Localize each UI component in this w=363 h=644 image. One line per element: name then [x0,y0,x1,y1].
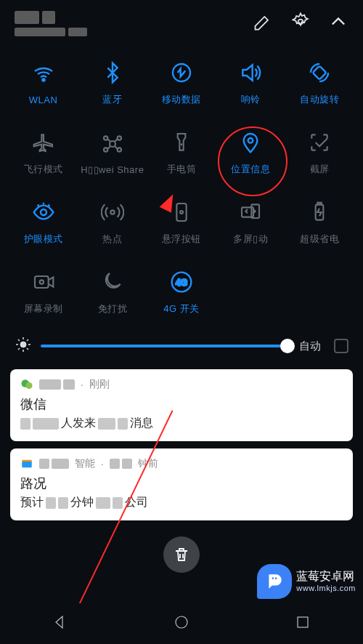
toggle-airplane[interactable]: 飞行模式 [10,125,76,182]
quick-settings-grid: WLAN 蓝牙 移动数据 响铃 自动旋转 飞行模式 H▯▯wei Share 手… [10,55,353,321]
collapse-icon[interactable] [328,12,348,35]
toggle-4g[interactable]: 4G4G 开关 [148,265,214,321]
watermark: 蓝莓安卓网 www.lmkjs.com [257,564,356,599]
sound-icon [239,61,262,84]
brightness-icon [15,336,32,356]
slider-thumb[interactable] [280,339,295,353]
toggle-eye-comfort[interactable]: 护眼模式 [10,195,76,251]
svg-line-31 [27,339,28,341]
watermark-badge [257,564,292,599]
trash-icon [173,546,190,563]
svg-point-1 [42,79,44,81]
svg-point-37 [275,577,277,579]
rotation-icon [308,61,331,84]
toggle-wlan[interactable]: WLAN [10,55,76,112]
svg-rect-19 [35,276,49,288]
toggle-hotspot[interactable]: 热点 [79,195,145,251]
status-left [15,11,87,36]
multiscreen-icon [239,201,262,224]
header [10,0,353,47]
notification-list: · 刚刚 微信 人发来 消息 智能· 钟前 路况 预计 分钟 [0,369,363,520]
svg-rect-3 [313,66,327,80]
watermark-brand: 蓝莓安卓网 [296,570,356,583]
floating-icon [170,201,193,224]
wechat-icon [20,378,33,391]
clear-all-button[interactable] [163,536,200,573]
svg-point-20 [39,280,43,283]
notif-time: 钟前 [138,457,158,470]
notif-time: 刚刚 [89,378,110,391]
toggle-bluetooth[interactable]: 蓝牙 [79,55,145,112]
brightness-row: 自动 [10,336,353,356]
svg-point-11 [41,209,46,215]
settings-icon[interactable] [290,12,311,35]
eye-icon [32,201,55,224]
notification-card[interactable]: · 刚刚 微信 人发来 消息 [10,369,353,441]
svg-rect-34 [22,461,32,467]
svg-point-2 [173,64,190,81]
brightness-slider[interactable] [41,345,287,347]
toggle-screenshot[interactable]: 截屏 [287,125,353,182]
mobile-data-icon [170,61,193,84]
auto-brightness-checkbox[interactable] [334,339,348,353]
screenshot-icon [308,131,331,154]
svg-point-5 [104,136,107,140]
auto-brightness-label: 自动 [299,339,321,353]
notif-body: 预计 分钟 公司 [20,495,343,510]
svg-point-8 [117,148,121,151]
wifi-icon [32,63,55,86]
svg-rect-39 [298,617,308,627]
location-icon [239,131,262,154]
svg-text:4G: 4G [176,278,187,288]
fourg-icon: 4G [170,270,193,294]
svg-line-29 [27,348,28,350]
toggle-huawei-share[interactable]: H▯▯wei Share [79,125,145,182]
share-icon [101,132,124,156]
smart-icon [20,457,33,470]
watermark-url: www.lmkjs.com [296,584,356,593]
toggle-ringer[interactable]: 响铃 [218,55,284,112]
dnd-icon [101,270,124,294]
svg-rect-13 [176,204,186,221]
svg-point-36 [272,577,274,579]
toggle-dnd[interactable]: 免打扰 [79,265,145,321]
flashlight-icon [170,131,193,154]
svg-line-28 [18,339,20,341]
nav-back[interactable] [52,613,69,634]
battery-icon [308,201,331,224]
toggle-flashlight[interactable]: 手电筒 [148,125,214,182]
notif-body: 人发来 消息 [20,416,343,431]
svg-point-6 [117,136,121,140]
airplane-icon [32,131,55,154]
nav-home[interactable] [173,613,190,634]
svg-rect-35 [22,460,32,462]
toggle-screen-record[interactable]: 屏幕录制 [10,265,76,321]
nav-recents[interactable] [294,613,311,634]
svg-point-10 [248,138,253,143]
toggle-mobile-data[interactable]: 移动数据 [148,55,214,112]
svg-line-30 [18,348,20,350]
svg-point-38 [176,616,187,628]
bluetooth-icon [101,61,124,84]
svg-point-12 [110,210,114,214]
toggle-multiscreen[interactable]: 多屏▯动 [218,195,284,251]
notif-title: 微信 [20,395,343,413]
hotspot-icon [101,201,124,224]
toggle-ultra-battery[interactable]: 超级省电 [287,195,353,251]
toggle-rotation[interactable]: 自动旋转 [287,55,353,112]
edit-icon[interactable] [253,12,273,35]
svg-point-7 [104,148,107,151]
svg-point-23 [20,342,26,347]
notif-title: 路况 [20,475,343,492]
svg-point-33 [26,382,33,389]
notification-card[interactable]: 智能· 钟前 路况 预计 分钟 公司 [10,448,353,520]
record-icon [32,270,55,294]
toggle-location[interactable]: 位置信息 [218,125,284,182]
navigation-bar [0,603,363,644]
toggle-floating-dock[interactable]: 悬浮按钮 [148,195,214,251]
svg-point-14 [180,211,183,214]
svg-rect-18 [318,203,322,205]
